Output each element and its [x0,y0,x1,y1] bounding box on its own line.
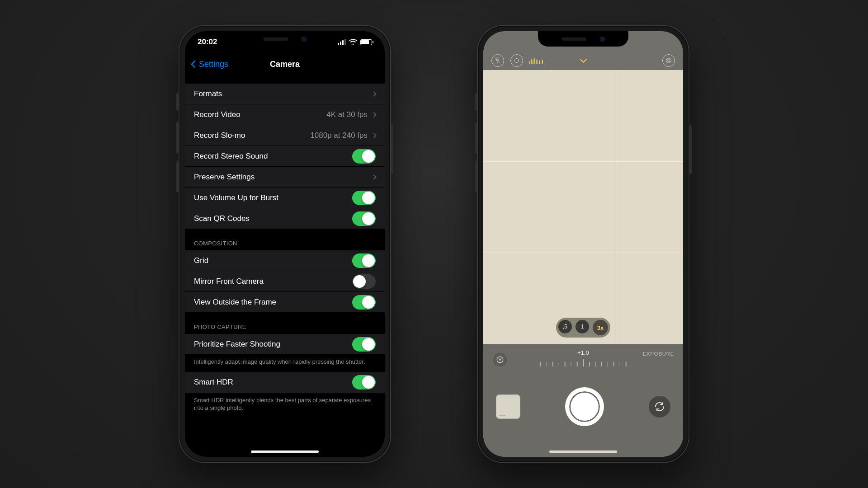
burst-toggle[interactable] [352,191,376,205]
smart-hdr-note: Smart HDR intelligently blends the best … [185,393,385,414]
row-smart-hdr: Smart HDR [185,372,385,393]
notch [538,31,628,47]
status-time: 20:02 [198,38,217,47]
nav-bar: Settings Camera [185,53,385,75]
svg-point-1 [666,58,671,63]
mute-switch [176,93,179,111]
live-target-icon[interactable] [662,54,675,67]
grid-toggle[interactable] [352,253,376,268]
chevron-right-icon [371,91,376,96]
smart-hdr-toggle[interactable] [352,375,376,389]
shutter-button[interactable] [567,389,602,424]
row-label: Mirror Front Camera [194,277,264,286]
exposure-label: EXPOSURE [643,351,674,357]
home-indicator[interactable] [549,450,617,453]
section-composition: Composition [185,229,385,250]
outside-frame-toggle[interactable] [352,295,376,310]
camera-controls: +1,0 EXPOSURE [483,344,683,457]
row-formats[interactable]: Formats [185,84,385,104]
settings-list[interactable]: Formats Record Video 4K at 30 fps Record… [185,75,385,457]
row-prioritize-faster: Prioritize Faster Shooting [185,334,385,355]
qr-toggle[interactable] [352,211,376,226]
row-label: Preserve Settings [194,173,255,182]
prioritize-toggle[interactable] [352,337,376,352]
home-indicator[interactable] [251,450,319,453]
row-label: View Outside the Frame [194,298,276,307]
row-label: Scan QR Codes [194,214,250,223]
power-hw [689,124,692,174]
row-label: Record Stereo Sound [194,152,268,161]
notch [240,31,330,47]
power-hw [391,124,393,174]
row-label: Grid [194,256,208,265]
expand-controls-button[interactable] [576,54,590,67]
row-value: 4K at 30 fps [326,110,368,119]
chevron-right-icon [371,174,376,179]
volume-up-hw [176,122,179,154]
row-outside-frame: View Outside the Frame [185,292,385,313]
zoom-ultrawide[interactable]: ,5 [558,320,572,333]
zoom-selector: ,5 1 3x [556,318,610,338]
cell-signal-icon [338,39,346,45]
svg-point-2 [668,60,670,62]
exposure-row: +1,0 EXPOSURE [483,349,683,370]
camera-screen: ,5 1 3x +1,0 EXPOSURE [483,31,683,457]
exposure-slider[interactable] [540,359,627,366]
page-title: Camera [270,60,300,69]
wifi-icon [349,39,357,45]
viewfinder[interactable]: ,5 1 3x [483,70,683,344]
chevron-left-icon [191,61,199,68]
volume-down-hw [176,160,179,192]
mute-switch [475,93,477,111]
row-label: Prioritize Faster Shooting [194,340,280,349]
back-label: Settings [199,60,228,69]
exposure-value: +1,0 [577,349,589,356]
row-record-video[interactable]: Record Video 4K at 30 fps [185,104,385,125]
chevron-right-icon [371,112,376,117]
mirror-toggle[interactable] [352,274,376,289]
live-photo-icon[interactable] [510,54,523,67]
flash-off-icon[interactable] [491,54,504,67]
zoom-wide[interactable]: 1 [576,320,589,333]
row-value: 1080p at 240 fps [310,131,368,140]
shutter-row [483,370,683,457]
stereo-toggle[interactable] [352,149,376,164]
camera-flip-button[interactable] [649,396,670,418]
volume-up-hw [475,122,477,154]
settings-screen: 20:02 Settings Camera Formats Record Vid… [185,31,385,457]
exposure-histogram-icon [529,57,543,64]
battery-icon [360,39,372,45]
row-preserve-settings[interactable]: Preserve Settings [185,167,385,188]
row-stereo-sound: Record Stereo Sound [185,146,385,167]
row-record-slomo[interactable]: Record Slo-mo 1080p at 240 fps [185,125,385,146]
row-scan-qr: Scan QR Codes [185,208,385,229]
row-mirror-front: Mirror Front Camera [185,271,385,292]
volume-down-hw [475,160,477,192]
row-label: Record Video [194,110,241,119]
exposure-adjust-button[interactable] [492,352,508,367]
prioritize-note: Intelligently adapt image quality when r… [185,355,385,368]
last-photo-thumbnail[interactable] [496,394,520,419]
phone-camera: ,5 1 3x +1,0 EXPOSURE [477,25,689,463]
chevron-down-icon [580,56,587,63]
back-button[interactable]: Settings [192,60,228,69]
row-label: Formats [194,89,222,99]
row-volume-burst: Use Volume Up for Burst [185,188,385,208]
section-photo-capture: Photo Capture [185,313,385,334]
row-label: Use Volume Up for Burst [194,193,278,202]
row-grid: Grid [185,250,385,271]
chevron-right-icon [371,133,376,138]
row-label: Smart HDR [194,378,233,387]
zoom-tele[interactable]: 3x [593,320,608,335]
row-label: Record Slo-mo [194,131,245,140]
camera-top-bar [483,53,683,68]
phone-settings: 20:02 Settings Camera Formats Record Vid… [179,25,391,463]
